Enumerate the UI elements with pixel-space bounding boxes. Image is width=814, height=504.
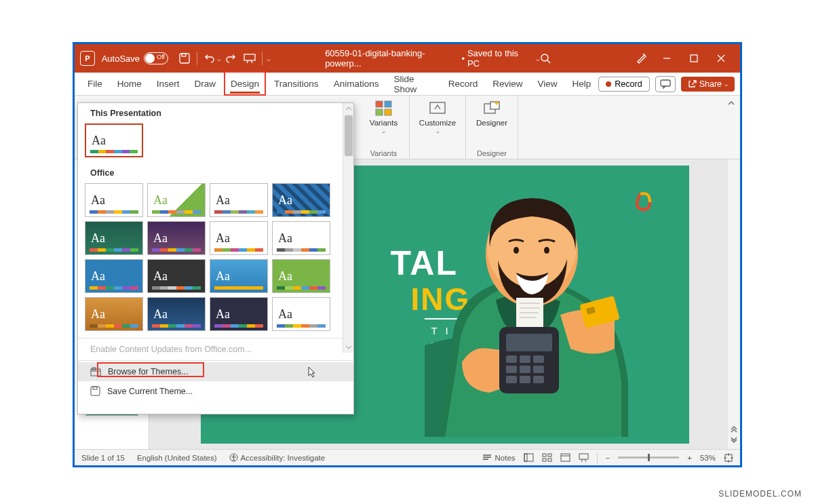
tab-draw[interactable]: Draw: [187, 73, 224, 96]
theme-office-5[interactable]: Aa: [85, 221, 143, 255]
record-dot-icon: [606, 81, 611, 87]
tab-insert[interactable]: Insert: [149, 73, 187, 96]
svg-rect-28: [506, 376, 517, 383]
theme-office-15[interactable]: Aa: [210, 297, 268, 331]
qat-dropdown-icon[interactable]: ⌵: [267, 55, 271, 62]
theme-office-3[interactable]: Aa: [210, 183, 268, 217]
tab-view[interactable]: View: [530, 73, 565, 96]
dropdown-section-office: Office: [78, 163, 353, 182]
svg-point-16: [513, 247, 519, 254]
dropdown-scrollbar[interactable]: [343, 103, 353, 353]
designer-button[interactable]: Designer: [472, 98, 511, 128]
theme-current[interactable]: Aa: [85, 123, 143, 157]
theme-office-10[interactable]: Aa: [147, 259, 206, 293]
theme-office-1[interactable]: Aa: [85, 183, 143, 217]
zoom-level[interactable]: 53%: [700, 454, 716, 462]
svg-rect-40: [579, 454, 588, 459]
minimize-button[interactable]: [653, 48, 680, 69]
svg-rect-7: [385, 101, 391, 107]
theme-office-2[interactable]: Aa: [147, 183, 206, 217]
redo-icon[interactable]: [225, 52, 237, 64]
tab-record[interactable]: Record: [441, 73, 486, 96]
svg-rect-38: [548, 459, 551, 461]
collapse-ribbon-icon[interactable]: [726, 98, 736, 108]
theme-office-14[interactable]: Aa: [147, 297, 206, 331]
tab-home[interactable]: Home: [110, 73, 149, 96]
svg-rect-29: [520, 376, 530, 383]
tab-design[interactable]: Design: [223, 73, 267, 96]
variants-icon: [374, 100, 393, 117]
tab-slideshow[interactable]: Slide Show: [386, 73, 440, 96]
close-button[interactable]: [708, 48, 735, 69]
svg-rect-4: [691, 55, 697, 62]
zoom-slider[interactable]: [618, 457, 679, 459]
man-illustration: [425, 179, 655, 437]
fit-window-icon[interactable]: [724, 453, 733, 463]
theme-office-8[interactable]: Aa: [272, 221, 330, 255]
share-button[interactable]: Share ⌵: [681, 77, 735, 92]
theme-office-11[interactable]: Aa: [210, 259, 268, 293]
reading-view-icon[interactable]: [560, 453, 570, 462]
maximize-button[interactable]: [680, 48, 708, 69]
save-current-theme[interactable]: Save Current Theme...: [78, 381, 353, 401]
designer-icon: [482, 100, 501, 117]
slideshow-view-icon[interactable]: [579, 453, 589, 462]
notes-button[interactable]: Notes: [482, 454, 515, 462]
statusbar: Slide 1 of 15 English (United States) Ac…: [75, 449, 740, 465]
svg-rect-39: [561, 454, 570, 461]
autosave-toggle[interactable]: AutoSave Off: [102, 52, 168, 64]
designer-group-label: Designer: [477, 149, 507, 157]
svg-rect-33: [524, 454, 533, 461]
tab-help[interactable]: Help: [565, 73, 599, 96]
browse-icon: [90, 367, 101, 376]
browse-for-themes[interactable]: Browse for Themes...: [78, 362, 353, 381]
normal-view-icon[interactable]: [524, 453, 534, 462]
svg-rect-30: [533, 376, 544, 383]
theme-office-13[interactable]: Aa: [85, 297, 143, 331]
theme-office-4[interactable]: Aa: [272, 183, 330, 217]
sorter-view-icon[interactable]: [542, 453, 552, 462]
search-button[interactable]: [540, 53, 551, 64]
theme-office-6[interactable]: Aa: [147, 221, 206, 255]
theme-office-12[interactable]: Aa: [272, 259, 330, 293]
comments-button[interactable]: [655, 76, 676, 92]
next-slide-icon[interactable]: [730, 437, 738, 444]
zoom-out-icon[interactable]: −: [606, 454, 610, 462]
customize-button[interactable]: Customize ⌵: [415, 98, 460, 136]
tab-file[interactable]: File: [80, 73, 110, 96]
language-status[interactable]: English (United States): [137, 454, 217, 462]
svg-point-32: [233, 455, 234, 457]
svg-rect-27: [533, 366, 544, 373]
tab-transitions[interactable]: Transitions: [267, 73, 326, 96]
record-button[interactable]: Record: [598, 77, 649, 92]
toggle-pill[interactable]: Off: [144, 52, 168, 64]
theme-office-9[interactable]: Aa: [85, 259, 143, 293]
svg-rect-37: [543, 459, 546, 461]
titlebar: P AutoSave Off ⌵ ⌵ 60559-01-digital-bank…: [75, 44, 740, 73]
svg-rect-25: [506, 366, 517, 373]
document-title[interactable]: 60559-01-digital-banking-powerp... • Sav…: [325, 48, 540, 69]
pen-icon[interactable]: [636, 52, 648, 64]
prev-slide-icon[interactable]: [730, 426, 738, 433]
vertical-scrollbar[interactable]: [728, 159, 740, 449]
undo-icon[interactable]: [204, 52, 216, 64]
accessibility-status[interactable]: Accessibility: Investigate: [229, 453, 326, 462]
svg-rect-0: [180, 54, 189, 63]
tab-animations[interactable]: Animations: [326, 73, 387, 96]
theme-office-16[interactable]: Aa: [272, 297, 330, 331]
svg-rect-9: [385, 109, 391, 115]
themes-dropdown: This Presentation Aa Office Aa Aa Aa Aa …: [77, 102, 354, 414]
theme-office-7[interactable]: Aa: [210, 221, 268, 255]
save-icon[interactable]: [178, 52, 191, 64]
slide-counter[interactable]: Slide 1 of 15: [81, 454, 125, 462]
svg-rect-8: [376, 109, 383, 115]
svg-rect-45: [93, 387, 97, 389]
undo-dropdown-icon[interactable]: ⌵: [217, 55, 221, 62]
present-icon[interactable]: [244, 52, 256, 64]
enable-content-updates: Enable Content Updates from Office.com..…: [78, 340, 353, 359]
zoom-in-icon[interactable]: +: [687, 454, 692, 462]
watermark: SLIDEMODEL.COM: [718, 489, 802, 499]
variants-button[interactable]: Variants ⌵: [366, 98, 402, 136]
svg-rect-24: [533, 355, 544, 363]
tab-review[interactable]: Review: [485, 73, 530, 96]
